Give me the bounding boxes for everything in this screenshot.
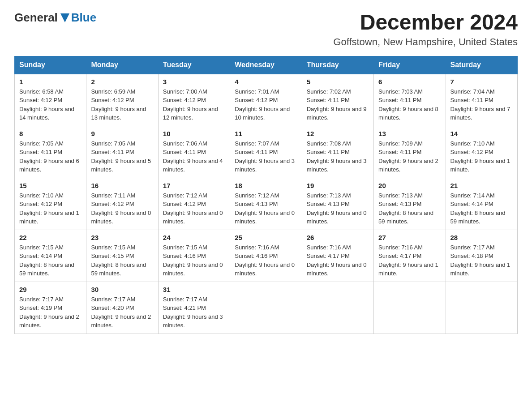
day-info: Sunrise: 7:13 AMSunset: 4:13 PMDaylight:… (307, 191, 369, 226)
day-info: Sunrise: 7:08 AMSunset: 4:11 PMDaylight:… (307, 139, 369, 174)
day-info: Sunrise: 7:13 AMSunset: 4:13 PMDaylight:… (378, 191, 441, 226)
day-number: 30 (91, 286, 153, 293)
day-info: Sunrise: 7:04 AMSunset: 4:11 PMDaylight:… (450, 87, 513, 122)
page-header: General Blue December 2024 Goffstown, Ne… (14, 11, 518, 48)
day-number: 16 (91, 182, 153, 189)
calendar-day-cell: 25Sunrise: 7:16 AMSunset: 4:16 PMDayligh… (230, 230, 302, 282)
day-number: 21 (450, 182, 513, 189)
calendar-week-row: 8Sunrise: 7:05 AMSunset: 4:11 PMDaylight… (15, 126, 518, 178)
day-number: 15 (19, 182, 82, 189)
calendar-day-cell: 9Sunrise: 7:05 AMSunset: 4:11 PMDaylight… (86, 126, 158, 178)
svg-marker-0 (60, 13, 69, 22)
day-number: 31 (163, 286, 225, 293)
day-number: 5 (307, 78, 369, 86)
calendar-day-cell: 29Sunrise: 7:17 AMSunset: 4:19 PMDayligh… (15, 282, 86, 334)
calendar-day-cell (230, 282, 302, 334)
title-area: December 2024 Goffstown, New Hampshire, … (333, 11, 518, 48)
calendar-day-cell: 8Sunrise: 7:05 AMSunset: 4:11 PMDaylight… (15, 126, 86, 178)
day-info: Sunrise: 7:05 AMSunset: 4:11 PMDaylight:… (19, 139, 82, 174)
day-info: Sunrise: 7:12 AMSunset: 4:12 PMDaylight:… (163, 191, 225, 226)
day-info: Sunrise: 7:16 AMSunset: 4:16 PMDaylight:… (235, 243, 297, 278)
calendar-table: SundayMondayTuesdayWednesdayThursdayFrid… (14, 56, 518, 334)
day-info: Sunrise: 7:15 AMSunset: 4:16 PMDaylight:… (163, 243, 225, 278)
logo-icon (59, 12, 71, 24)
day-info: Sunrise: 7:10 AMSunset: 4:12 PMDaylight:… (450, 139, 513, 174)
day-number: 9 (91, 130, 153, 137)
weekday-header-wednesday: Wednesday (230, 56, 302, 74)
day-number: 10 (163, 130, 225, 137)
day-info: Sunrise: 6:59 AMSunset: 4:12 PMDaylight:… (91, 87, 153, 122)
day-number: 19 (307, 182, 369, 189)
day-info: Sunrise: 7:06 AMSunset: 4:11 PMDaylight:… (163, 139, 225, 174)
day-number: 12 (307, 130, 369, 137)
month-title: December 2024 (333, 11, 518, 34)
calendar-day-cell: 11Sunrise: 7:07 AMSunset: 4:11 PMDayligh… (230, 126, 302, 178)
calendar-week-row: 15Sunrise: 7:10 AMSunset: 4:12 PMDayligh… (15, 178, 518, 230)
calendar-day-cell: 21Sunrise: 7:14 AMSunset: 4:14 PMDayligh… (446, 178, 517, 230)
day-info: Sunrise: 6:58 AMSunset: 4:12 PMDaylight:… (19, 87, 82, 122)
day-info: Sunrise: 7:07 AMSunset: 4:11 PMDaylight:… (235, 139, 297, 174)
calendar-day-cell: 2Sunrise: 6:59 AMSunset: 4:12 PMDaylight… (86, 74, 158, 126)
day-info: Sunrise: 7:15 AMSunset: 4:14 PMDaylight:… (19, 243, 82, 278)
day-info: Sunrise: 7:11 AMSunset: 4:12 PMDaylight:… (91, 191, 153, 226)
day-info: Sunrise: 7:16 AMSunset: 4:17 PMDaylight:… (378, 243, 441, 278)
calendar-day-cell: 14Sunrise: 7:10 AMSunset: 4:12 PMDayligh… (446, 126, 517, 178)
calendar-day-cell: 17Sunrise: 7:12 AMSunset: 4:12 PMDayligh… (158, 178, 230, 230)
day-info: Sunrise: 7:01 AMSunset: 4:12 PMDaylight:… (235, 87, 297, 122)
day-number: 1 (19, 78, 82, 86)
calendar-day-cell: 10Sunrise: 7:06 AMSunset: 4:11 PMDayligh… (158, 126, 230, 178)
day-number: 27 (378, 234, 441, 241)
weekday-header-saturday: Saturday (446, 56, 517, 74)
calendar-day-cell: 16Sunrise: 7:11 AMSunset: 4:12 PMDayligh… (86, 178, 158, 230)
day-number: 13 (378, 130, 441, 137)
logo-blue: Blue (71, 11, 96, 25)
weekday-header-sunday: Sunday (15, 56, 86, 74)
logo: General Blue (14, 11, 96, 25)
calendar-day-cell: 4Sunrise: 7:01 AMSunset: 4:12 PMDaylight… (230, 74, 302, 126)
day-number: 8 (19, 130, 82, 137)
day-number: 25 (235, 234, 297, 241)
location-title: Goffstown, New Hampshire, United States (333, 36, 518, 48)
day-number: 3 (163, 78, 225, 86)
day-number: 20 (378, 182, 441, 189)
day-number: 17 (163, 182, 225, 189)
day-number: 28 (450, 234, 513, 241)
day-info: Sunrise: 7:10 AMSunset: 4:12 PMDaylight:… (19, 191, 82, 226)
day-number: 14 (450, 130, 513, 137)
day-info: Sunrise: 7:09 AMSunset: 4:11 PMDaylight:… (378, 139, 441, 174)
day-number: 18 (235, 182, 297, 189)
calendar-day-cell: 23Sunrise: 7:15 AMSunset: 4:15 PMDayligh… (86, 230, 158, 282)
day-info: Sunrise: 7:17 AMSunset: 4:20 PMDaylight:… (91, 295, 153, 330)
day-number: 22 (19, 234, 82, 241)
calendar-day-cell: 24Sunrise: 7:15 AMSunset: 4:16 PMDayligh… (158, 230, 230, 282)
day-info: Sunrise: 7:03 AMSunset: 4:11 PMDaylight:… (378, 87, 441, 122)
calendar-day-cell: 13Sunrise: 7:09 AMSunset: 4:11 PMDayligh… (374, 126, 446, 178)
day-number: 24 (163, 234, 225, 241)
calendar-day-cell: 7Sunrise: 7:04 AMSunset: 4:11 PMDaylight… (446, 74, 517, 126)
calendar-week-row: 22Sunrise: 7:15 AMSunset: 4:14 PMDayligh… (15, 230, 518, 282)
weekday-header-monday: Monday (86, 56, 158, 74)
day-info: Sunrise: 7:15 AMSunset: 4:15 PMDaylight:… (91, 243, 153, 278)
calendar-day-cell: 28Sunrise: 7:17 AMSunset: 4:18 PMDayligh… (446, 230, 517, 282)
day-info: Sunrise: 7:05 AMSunset: 4:11 PMDaylight:… (91, 139, 153, 174)
day-info: Sunrise: 7:17 AMSunset: 4:18 PMDaylight:… (450, 243, 513, 278)
day-info: Sunrise: 7:02 AMSunset: 4:11 PMDaylight:… (307, 87, 369, 122)
calendar-day-cell: 12Sunrise: 7:08 AMSunset: 4:11 PMDayligh… (302, 126, 373, 178)
logo-general: General (14, 11, 58, 25)
day-number: 26 (307, 234, 369, 241)
calendar-day-cell: 1Sunrise: 6:58 AMSunset: 4:12 PMDaylight… (15, 74, 86, 126)
day-info: Sunrise: 7:16 AMSunset: 4:17 PMDaylight:… (307, 243, 369, 278)
day-number: 4 (235, 78, 297, 86)
calendar-day-cell: 18Sunrise: 7:12 AMSunset: 4:13 PMDayligh… (230, 178, 302, 230)
day-info: Sunrise: 7:14 AMSunset: 4:14 PMDaylight:… (450, 191, 513, 226)
day-number: 29 (19, 286, 82, 293)
weekday-header-friday: Friday (374, 56, 446, 74)
calendar-day-cell: 26Sunrise: 7:16 AMSunset: 4:17 PMDayligh… (302, 230, 373, 282)
day-number: 2 (91, 78, 153, 86)
day-number: 6 (378, 78, 441, 86)
calendar-day-cell: 19Sunrise: 7:13 AMSunset: 4:13 PMDayligh… (302, 178, 373, 230)
calendar-day-cell (302, 282, 373, 334)
calendar-day-cell: 5Sunrise: 7:02 AMSunset: 4:11 PMDaylight… (302, 74, 373, 126)
calendar-week-row: 29Sunrise: 7:17 AMSunset: 4:19 PMDayligh… (15, 282, 518, 334)
day-info: Sunrise: 7:17 AMSunset: 4:21 PMDaylight:… (163, 295, 225, 330)
